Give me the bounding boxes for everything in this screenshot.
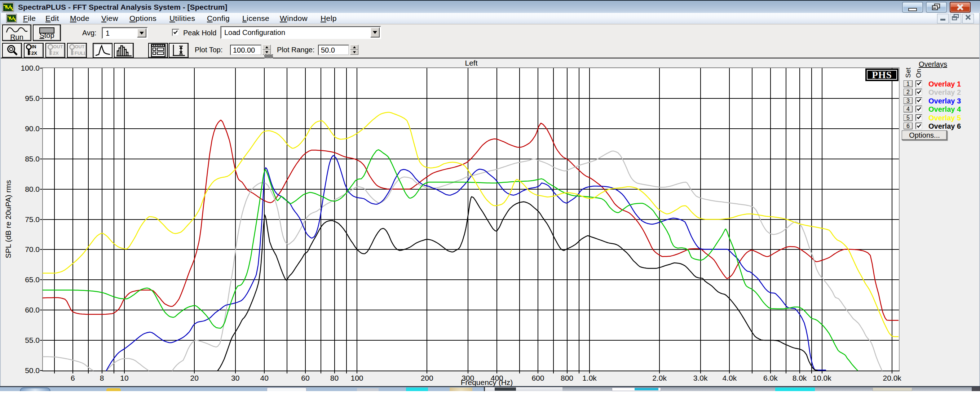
svg-text:55.0: 55.0 [25,336,40,344]
svg-text:6: 6 [71,374,75,382]
svg-text:80.0: 80.0 [25,185,40,193]
svg-text:30: 30 [231,374,239,382]
svg-text:Frequency (Hz): Frequency (Hz) [461,378,513,386]
svg-text:8.0k: 8.0k [792,374,807,382]
svg-text:10.0k: 10.0k [813,374,832,382]
svg-text:90.0: 90.0 [25,124,40,133]
svg-text:800: 800 [561,374,573,382]
svg-text:SPL (dB re 20uPA) rms: SPL (dB re 20uPA) rms [4,180,12,258]
svg-text:80: 80 [330,374,339,382]
svg-text:20.0k: 20.0k [883,374,902,382]
svg-text:10: 10 [120,374,128,382]
svg-text:PHS: PHS [872,70,892,80]
svg-text:60: 60 [301,374,309,382]
svg-text:2.0k: 2.0k [652,374,667,382]
svg-text:65.0: 65.0 [25,275,40,284]
svg-text:Left: Left [465,59,477,67]
svg-text:1.0k: 1.0k [582,374,597,382]
svg-text:3.0k: 3.0k [694,374,708,382]
svg-text:200: 200 [421,374,433,382]
svg-text:85.0: 85.0 [25,155,40,163]
svg-text:4.0k: 4.0k [722,374,737,382]
svg-text:6.0k: 6.0k [763,374,778,382]
svg-text:50.0: 50.0 [25,366,40,374]
svg-text:600: 600 [531,374,544,382]
svg-text:60.0: 60.0 [25,306,40,314]
svg-text:8: 8 [100,374,104,382]
svg-text:100: 100 [350,374,363,382]
svg-text:95.0: 95.0 [25,94,40,102]
svg-text:40: 40 [260,374,269,382]
svg-text:20: 20 [190,374,199,382]
svg-text:75.0: 75.0 [25,215,40,224]
svg-text:100.0: 100.0 [21,64,40,72]
svg-text:70.0: 70.0 [25,245,40,254]
